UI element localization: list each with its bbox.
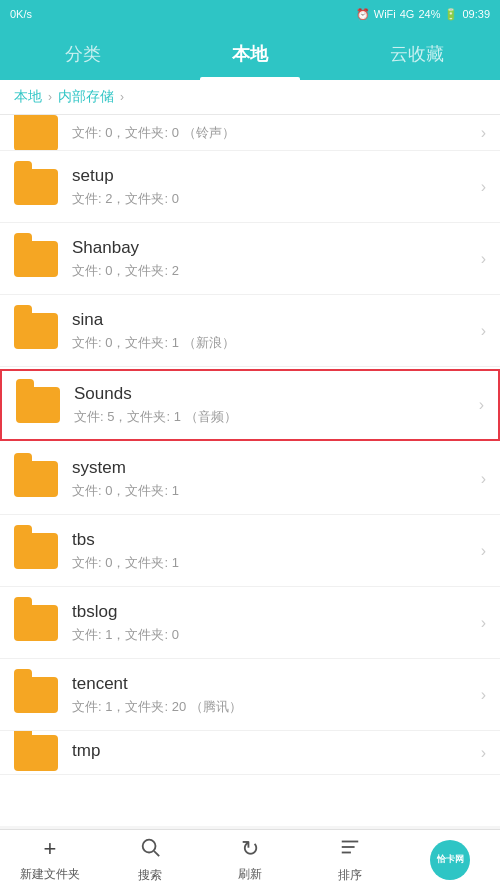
- file-meta: 文件: 0，文件夹: 0 （铃声）: [72, 124, 473, 142]
- list-item-sounds[interactable]: Sounds 文件: 5，文件夹: 1 （音频） ›: [0, 369, 500, 441]
- list-item[interactable]: tmp ›: [0, 731, 500, 775]
- svg-line-1: [154, 851, 159, 856]
- file-name: tbslog: [72, 602, 473, 622]
- file-name: sina: [72, 310, 473, 330]
- file-info: Shanbay 文件: 0，文件夹: 2: [72, 238, 473, 280]
- breadcrumb: 本地 › 内部存储 ›: [0, 80, 500, 115]
- nav-logo: 恰卡网: [400, 840, 500, 880]
- file-name: Shanbay: [72, 238, 473, 258]
- status-left: 0K/s: [10, 8, 356, 20]
- list-item[interactable]: setup 文件: 2，文件夹: 0 ›: [0, 151, 500, 223]
- folder-icon: [14, 677, 58, 713]
- nav-refresh-label: 刷新: [238, 866, 262, 883]
- list-item[interactable]: sina 文件: 0，文件夹: 1 （新浪） ›: [0, 295, 500, 367]
- tab-category[interactable]: 分类: [0, 28, 167, 80]
- file-info: system 文件: 0，文件夹: 1: [72, 458, 473, 500]
- folder-icon: [14, 533, 58, 569]
- search-icon: [139, 836, 161, 863]
- file-meta: 文件: 0，文件夹: 2: [72, 262, 473, 280]
- file-meta: 文件: 1，文件夹: 20 （腾讯）: [72, 698, 473, 716]
- refresh-icon: ↻: [241, 836, 259, 862]
- file-info: tmp: [72, 741, 473, 765]
- file-name: setup: [72, 166, 473, 186]
- file-info: sina 文件: 0，文件夹: 1 （新浪）: [72, 310, 473, 352]
- file-name: tbs: [72, 530, 473, 550]
- plus-icon: +: [44, 836, 57, 862]
- list-item[interactable]: 文件: 0，文件夹: 0 （铃声） ›: [0, 115, 500, 151]
- breadcrumb-internal[interactable]: 内部存储: [58, 88, 114, 106]
- file-meta: 文件: 0，文件夹: 1 （新浪）: [72, 334, 473, 352]
- chevron-right-icon: ›: [481, 744, 486, 762]
- chevron-right-icon: ›: [481, 124, 486, 142]
- file-meta: 文件: 0，文件夹: 1: [72, 482, 473, 500]
- chevron-right-icon: ›: [481, 178, 486, 196]
- file-meta: 文件: 2，文件夹: 0: [72, 190, 473, 208]
- tab-cloud[interactable]: 云收藏: [333, 28, 500, 80]
- folder-icon: [14, 461, 58, 497]
- file-meta: 文件: 1，文件夹: 0: [72, 626, 473, 644]
- nav-sort[interactable]: 排序: [300, 836, 400, 884]
- nav-new-folder[interactable]: + 新建文件夹: [0, 836, 100, 883]
- status-bar: 0K/s ⏰ WiFi 4G 24% 🔋 09:39: [0, 0, 500, 28]
- chevron-right-icon: ›: [481, 322, 486, 340]
- chevron-right-icon: ›: [481, 470, 486, 488]
- nav-search[interactable]: 搜索: [100, 836, 200, 884]
- list-item[interactable]: tencent 文件: 1，文件夹: 20 （腾讯） ›: [0, 659, 500, 731]
- file-name: Sounds: [74, 384, 471, 404]
- sort-icon: [339, 836, 361, 863]
- logo-circle: 恰卡网: [430, 840, 470, 880]
- file-info: Sounds 文件: 5，文件夹: 1 （音频）: [74, 384, 471, 426]
- nav-refresh[interactable]: ↻ 刷新: [200, 836, 300, 883]
- status-icons: ⏰ WiFi 4G 24% 🔋 09:39: [356, 8, 490, 21]
- list-item[interactable]: Shanbay 文件: 0，文件夹: 2 ›: [0, 223, 500, 295]
- file-meta: 文件: 5，文件夹: 1 （音频）: [74, 408, 471, 426]
- file-name: system: [72, 458, 473, 478]
- file-list: 文件: 0，文件夹: 0 （铃声） › setup 文件: 2，文件夹: 0 ›…: [0, 115, 500, 826]
- chevron-right-icon: ›: [481, 250, 486, 268]
- breadcrumb-local[interactable]: 本地: [14, 88, 42, 106]
- wifi-icon: WiFi: [374, 8, 396, 20]
- bottom-nav: + 新建文件夹 搜索 ↻ 刷新 排序 恰卡网: [0, 829, 500, 889]
- folder-icon: [14, 735, 58, 771]
- time: 09:39: [462, 8, 490, 20]
- clock-icon: ⏰: [356, 8, 370, 21]
- breadcrumb-sep-1: ›: [48, 90, 52, 104]
- file-name: tencent: [72, 674, 473, 694]
- folder-icon: [16, 387, 60, 423]
- file-info: 文件: 0，文件夹: 0 （铃声）: [72, 124, 473, 142]
- nav-new-folder-label: 新建文件夹: [20, 866, 80, 883]
- file-name: tmp: [72, 741, 473, 761]
- list-item[interactable]: tbs 文件: 0，文件夹: 1 ›: [0, 515, 500, 587]
- folder-icon: [14, 313, 58, 349]
- chevron-right-icon: ›: [479, 396, 484, 414]
- signal-icon: 4G: [400, 8, 415, 20]
- file-info: tbslog 文件: 1，文件夹: 0: [72, 602, 473, 644]
- folder-icon: [14, 115, 58, 151]
- folder-icon: [14, 241, 58, 277]
- tab-local[interactable]: 本地: [167, 28, 334, 80]
- nav-sort-label: 排序: [338, 867, 362, 884]
- svg-point-0: [143, 839, 156, 852]
- chevron-right-icon: ›: [481, 614, 486, 632]
- folder-icon: [14, 169, 58, 205]
- file-info: tencent 文件: 1，文件夹: 20 （腾讯）: [72, 674, 473, 716]
- chevron-right-icon: ›: [481, 542, 486, 560]
- list-item[interactable]: tbslog 文件: 1，文件夹: 0 ›: [0, 587, 500, 659]
- nav-search-label: 搜索: [138, 867, 162, 884]
- file-info: setup 文件: 2，文件夹: 0: [72, 166, 473, 208]
- chevron-right-icon: ›: [481, 686, 486, 704]
- file-meta: 文件: 0，文件夹: 1: [72, 554, 473, 572]
- file-info: tbs 文件: 0，文件夹: 1: [72, 530, 473, 572]
- folder-icon: [14, 605, 58, 641]
- logo-text: 恰卡网: [437, 853, 464, 866]
- battery-text: 24%: [418, 8, 440, 20]
- tab-bar: 分类 本地 云收藏: [0, 28, 500, 80]
- battery-icon: 🔋: [444, 8, 458, 21]
- breadcrumb-sep-2: ›: [120, 90, 124, 104]
- list-item[interactable]: system 文件: 0，文件夹: 1 ›: [0, 443, 500, 515]
